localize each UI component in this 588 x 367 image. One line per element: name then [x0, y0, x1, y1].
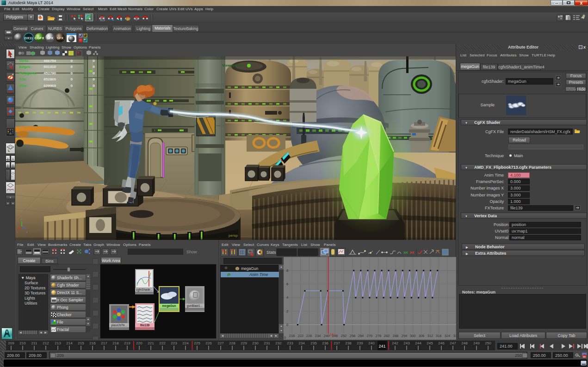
svg-text:6: 6 [286, 282, 288, 286]
svg-text:Viewport 2.0: Viewport 2.0 [222, 63, 244, 67]
svg-text:SFX: SFX [57, 36, 64, 40]
svg-text:241: 241 [378, 344, 385, 349]
svg-text:236: 236 [322, 341, 328, 345]
svg-text:288: 288 [393, 334, 399, 338]
svg-text:222: 222 [298, 334, 304, 338]
svg-text:227: 227 [217, 341, 224, 345]
svg-text:249: 249 [473, 341, 480, 345]
svg-text:250: 250 [485, 341, 491, 345]
svg-text:0: 0 [284, 336, 286, 340]
svg-text:237: 237 [334, 341, 340, 345]
svg-text:852860: 852860 [43, 77, 56, 81]
svg-text:258: 258 [350, 334, 356, 338]
svg-text:z: z [26, 231, 28, 233]
svg-text:217: 217 [101, 341, 107, 345]
svg-text:220: 220 [136, 341, 142, 345]
svg-text:300: 300 [410, 334, 416, 338]
svg-text:240: 240 [368, 341, 375, 345]
svg-text:931310: 931310 [43, 65, 56, 69]
svg-text:0: 0 [93, 84, 95, 88]
svg-text:241: 241 [329, 333, 336, 337]
svg-text:229: 229 [241, 341, 247, 345]
svg-text:234: 234 [298, 341, 305, 345]
svg-text:318: 318 [436, 334, 442, 338]
svg-text:0: 0 [71, 65, 73, 69]
svg-text:324: 324 [445, 334, 451, 338]
svg-text:276: 276 [376, 334, 382, 338]
svg-text:270: 270 [367, 334, 373, 338]
svg-text:235: 235 [310, 341, 317, 345]
svg-text:330: 330 [453, 334, 456, 338]
svg-text:246: 246 [438, 341, 445, 345]
svg-text:223: 223 [171, 341, 177, 345]
svg-text:215: 215 [78, 341, 84, 345]
svg-text:216: 216 [89, 341, 96, 345]
svg-text:SFX: SFX [47, 36, 54, 40]
svg-text:212: 212 [43, 341, 49, 345]
svg-text:252: 252 [341, 334, 347, 338]
svg-text:210: 210 [19, 341, 26, 345]
svg-text:609969: 609969 [43, 84, 56, 88]
svg-text:0: 0 [286, 323, 288, 327]
svg-text:248: 248 [461, 341, 468, 345]
svg-text:UVs:: UVs: [19, 84, 27, 88]
svg-text:226: 226 [205, 341, 212, 345]
svg-text:245: 245 [427, 341, 433, 345]
svg-text:211: 211 [31, 341, 37, 345]
svg-text:242: 242 [392, 341, 398, 345]
svg-text:Edges:: Edges: [19, 65, 31, 69]
svg-text:240: 240 [324, 334, 330, 338]
svg-text:230: 230 [252, 341, 259, 345]
svg-text:Tris:: Tris: [19, 77, 27, 81]
svg-text:0: 0 [93, 77, 95, 81]
svg-text:0: 0 [93, 59, 95, 63]
svg-text:8: 8 [286, 269, 288, 273]
svg-text:Verts:: Verts: [19, 59, 29, 63]
svg-text:x: x [16, 231, 18, 233]
svg-text:486754: 486754 [43, 59, 56, 63]
svg-text:228: 228 [229, 341, 235, 345]
svg-text:Polygons:: Polygons: [19, 71, 37, 75]
svg-text:2: 2 [286, 309, 288, 313]
svg-text:4: 4 [286, 295, 288, 300]
svg-text:282: 282 [384, 334, 390, 338]
svg-text:CGFX: CGFX [35, 36, 44, 40]
svg-text:294: 294 [402, 334, 408, 338]
svg-text:232: 232 [275, 341, 282, 345]
svg-text:0: 0 [71, 59, 73, 63]
svg-text:216: 216 [289, 334, 295, 338]
svg-text:0: 0 [71, 71, 73, 75]
svg-text:234: 234 [315, 334, 321, 338]
svg-text:244: 244 [415, 341, 421, 345]
svg-text:0: 0 [93, 65, 95, 69]
svg-text:219: 219 [124, 341, 130, 345]
svg-text:452790: 452790 [43, 71, 56, 75]
svg-text:y: y [21, 218, 22, 220]
svg-text:233: 233 [287, 341, 293, 345]
svg-text:243: 243 [403, 341, 410, 345]
svg-text:0: 0 [93, 71, 95, 75]
svg-text:264: 264 [358, 334, 364, 338]
svg-text:214: 214 [66, 341, 73, 345]
svg-text:persp: persp [229, 233, 238, 238]
svg-text:239: 239 [357, 341, 363, 345]
svg-text:238: 238 [345, 341, 352, 345]
svg-text:DX11: DX11 [25, 36, 33, 40]
svg-text:0: 0 [71, 77, 73, 81]
svg-text:213: 213 [55, 341, 61, 345]
svg-text:224: 224 [182, 341, 189, 345]
svg-text:312: 312 [427, 334, 433, 338]
svg-text:228: 228 [306, 334, 312, 338]
svg-text:247: 247 [450, 341, 456, 345]
svg-text:209: 209 [8, 341, 14, 345]
svg-text:0: 0 [71, 84, 73, 88]
svg-text:225: 225 [194, 341, 200, 345]
svg-text:221: 221 [148, 341, 154, 345]
svg-text:218: 218 [112, 341, 119, 345]
svg-text:231: 231 [264, 341, 270, 345]
svg-text:306: 306 [419, 334, 425, 338]
svg-text:222: 222 [159, 341, 166, 345]
